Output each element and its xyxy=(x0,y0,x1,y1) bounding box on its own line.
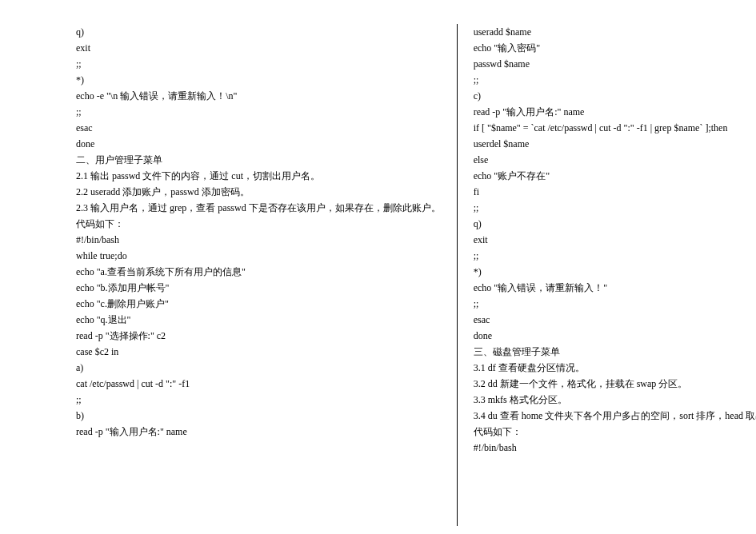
code-line: echo -e "\n 输入错误，请重新输入！\n" xyxy=(76,88,441,104)
text-line: 2.2 useradd 添加账户，passwd 添加密码。 xyxy=(76,184,441,200)
code-line: echo "输入密码" xyxy=(474,40,756,56)
code-line: a) xyxy=(76,360,441,376)
text-line: 3.3 mkfs 格式化分区。 xyxy=(474,392,756,408)
code-line: esac xyxy=(76,120,441,136)
code-line: c) xyxy=(474,88,756,104)
code-line: echo "c.删除用户账户" xyxy=(76,296,441,312)
code-line: *) xyxy=(474,264,756,280)
code-line: passwd $name xyxy=(474,56,756,72)
text-line: 2.1 输出 passwd 文件下的内容，通过 cut，切割出用户名。 xyxy=(76,168,441,184)
code-line: done xyxy=(76,136,441,152)
code-line: done xyxy=(474,328,756,344)
left-column: q) exit ;; *) echo -e "\n 输入错误，请重新输入！\n"… xyxy=(76,24,458,526)
text-line: 代码如下： xyxy=(76,216,441,232)
code-line: echo "q.退出" xyxy=(76,312,441,328)
section-heading: 三、磁盘管理子菜单 xyxy=(474,344,756,360)
code-line: echo "a.查看当前系统下所有用户的信息" xyxy=(76,264,441,280)
text-line: 代码如下： xyxy=(474,424,756,440)
code-line: ;; xyxy=(474,72,756,88)
code-line: esac xyxy=(474,312,756,328)
document-page: q) exit ;; *) echo -e "\n 输入错误，请重新输入！\n"… xyxy=(0,0,756,534)
code-line: echo "b.添加用户帐号" xyxy=(76,280,441,296)
code-line: exit xyxy=(76,40,441,56)
code-line: #!/bin/bash xyxy=(76,232,441,248)
code-line: ;; xyxy=(76,56,441,72)
code-line: userdel $name xyxy=(474,136,756,152)
code-line: exit xyxy=(474,232,756,248)
text-line: 3.2 dd 新建一个文件，格式化，挂载在 swap 分区。 xyxy=(474,376,756,392)
text-line: 2.3 输入用户名，通过 grep，查看 passwd 下是否存在该用户，如果存… xyxy=(76,200,441,216)
text-line: 3.1 df 查看硬盘分区情况。 xyxy=(474,360,756,376)
code-line: read -p "选择操作:" c2 xyxy=(76,328,441,344)
code-line: echo "输入错误，请重新输入！" xyxy=(474,280,756,296)
code-line: q) xyxy=(474,216,756,232)
section-heading: 二、用户管理子菜单 xyxy=(76,152,441,168)
code-line: ;; xyxy=(76,392,441,408)
code-line: while true;do xyxy=(76,248,441,264)
code-line: useradd $name xyxy=(474,24,756,40)
code-line: ;; xyxy=(474,200,756,216)
code-line: cat /etc/passwd | cut -d ":" -f1 xyxy=(76,376,441,392)
code-line: ;; xyxy=(76,104,441,120)
code-line: ;; xyxy=(474,296,756,312)
code-line: #!/bin/bash xyxy=(474,440,756,456)
code-line: b) xyxy=(76,408,441,424)
code-line: else xyxy=(474,152,756,168)
code-line: *) xyxy=(76,72,441,88)
right-column: useradd $name echo "输入密码" passwd $name ;… xyxy=(458,24,756,526)
code-line: ;; xyxy=(474,248,756,264)
code-line: if [ "$name" = `cat /etc/passwd | cut -d… xyxy=(474,120,756,136)
code-line: q) xyxy=(76,24,441,40)
text-line: 3.4 du 查看 home 文件夹下各个用户多占的空间，sort 排序，hea… xyxy=(474,408,756,424)
code-line: echo "账户不存在" xyxy=(474,168,756,184)
code-line: fi xyxy=(474,184,756,200)
code-line: read -p "输入用户名:" name xyxy=(76,424,441,440)
code-line: case $c2 in xyxy=(76,344,441,360)
code-line: read -p "输入用户名:" name xyxy=(474,104,756,120)
